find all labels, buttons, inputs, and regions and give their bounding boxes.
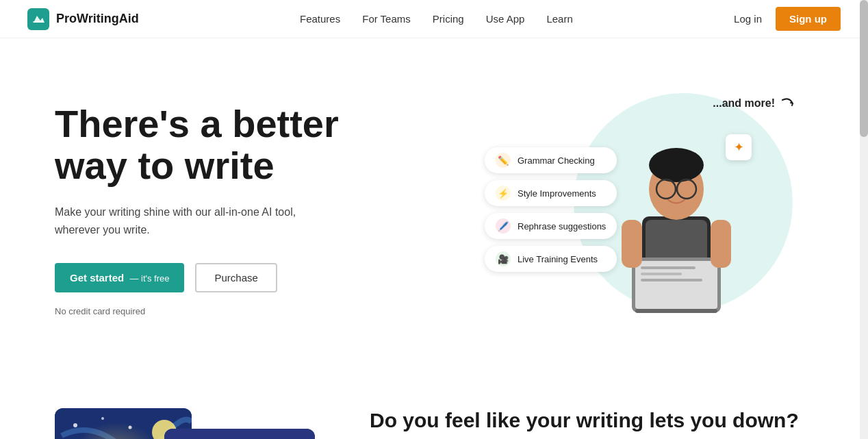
plus-badge: ✦: [726, 134, 752, 160]
svg-rect-22: [164, 429, 315, 439]
pill-training-label: Live Training Events: [518, 254, 598, 264]
svg-point-19: [101, 417, 104, 420]
pill-style: ⚡ Style Improvements: [485, 180, 617, 206]
section2-text: Do you feel like your writing lets you d…: [370, 408, 813, 439]
nav-learn[interactable]: Learn: [546, 13, 572, 25]
grammar-icon: ✏️: [496, 153, 511, 168]
nav-use-app[interactable]: Use App: [486, 13, 525, 25]
pill-grammar: ✏️ Grammar Checking: [485, 147, 617, 173]
and-more-label: ...and more!: [713, 93, 800, 114]
rephrase-icon: 🖊️: [496, 218, 511, 234]
curve-arrow-icon: [779, 93, 800, 114]
logo[interactable]: ProWritingAid: [27, 8, 139, 30]
nav-links: Features For Teams Pricing Use App Learn: [300, 13, 573, 25]
logo-icon: [27, 8, 49, 30]
section2-images: My idea in my head: [55, 408, 315, 439]
painting-second: [164, 429, 315, 439]
svg-rect-14: [622, 220, 642, 268]
svg-rect-15: [711, 220, 731, 268]
hero-section: There's a better way to write Make your …: [0, 38, 868, 367]
pill-rephrase: 🖊️ Rephrase suggestions: [485, 213, 617, 239]
svg-point-3: [649, 148, 704, 182]
pill-training: 🎥 Live Training Events: [485, 246, 617, 272]
hero-left: There's a better way to write Make your …: [55, 103, 411, 316]
signup-button[interactable]: Sign up: [776, 7, 841, 31]
style-icon: ⚡: [496, 186, 511, 201]
svg-rect-13: [641, 279, 702, 281]
feature-pills: ✏️ Grammar Checking ⚡ Style Improvements…: [485, 147, 617, 272]
svg-rect-11: [641, 266, 695, 269]
logo-text: ProWritingAid: [56, 12, 139, 26]
svg-rect-12: [641, 273, 682, 275]
training-icon: 🎥: [496, 251, 511, 266]
login-button[interactable]: Log in: [734, 13, 762, 25]
section2-title: Do you feel like your writing lets you d…: [370, 408, 813, 433]
purchase-button[interactable]: Purchase: [195, 263, 277, 292]
svg-point-20: [129, 426, 132, 429]
section2: My idea in my head Do you feel like your…: [0, 367, 868, 439]
hero-illustration: ...and more! ✦ ✏️ Grammar Checking ⚡ Sty…: [485, 79, 813, 340]
get-started-button[interactable]: Get started — it's free: [55, 263, 184, 292]
svg-rect-0: [33, 21, 44, 23]
navbar: ProWritingAid Features For Teams Pricing…: [0, 0, 868, 38]
nav-pricing[interactable]: Pricing: [433, 13, 464, 25]
no-credit-card-text: No credit card required: [55, 306, 411, 316]
svg-point-18: [73, 423, 77, 427]
hero-title: There's a better way to write: [55, 103, 411, 187]
pill-style-label: Style Improvements: [518, 188, 596, 199]
svg-rect-10: [635, 309, 717, 313]
scrollbar[interactable]: [860, 0, 868, 439]
nav-right: Log in Sign up: [734, 7, 841, 31]
pill-grammar-label: Grammar Checking: [518, 155, 595, 166]
hero-subtitle: Make your writing shine with our all-in-…: [55, 203, 329, 238]
nav-for-teams[interactable]: For Teams: [362, 13, 411, 25]
scrollbar-thumb[interactable]: [860, 0, 868, 137]
nav-features[interactable]: Features: [300, 13, 340, 25]
pill-rephrase-label: Rephrase suggestions: [518, 221, 606, 231]
second-painting-svg: [164, 429, 315, 439]
hero-buttons: Get started — it's free Purchase: [55, 263, 411, 292]
